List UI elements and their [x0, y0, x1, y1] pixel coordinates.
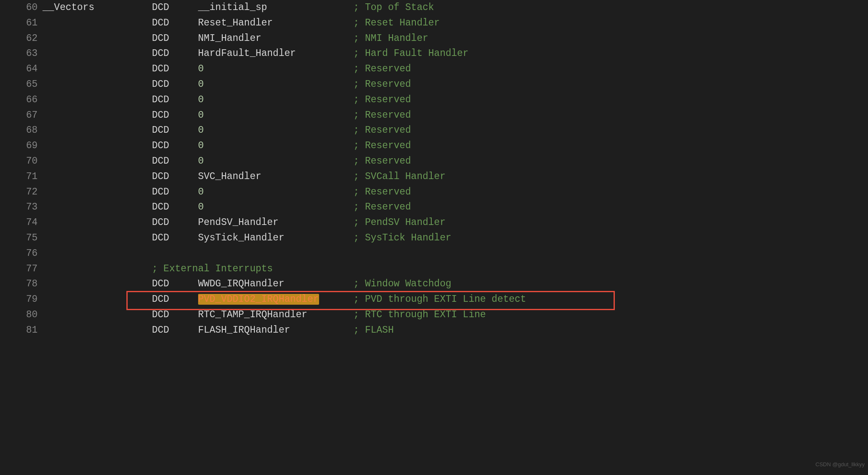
directive-dcd: DCD [152, 94, 198, 105]
code-line: 78 DCD WWDG_IRQHandler ; Window Watchdog [0, 276, 868, 292]
directive-dcd: DCD [152, 63, 198, 74]
vector-label [43, 187, 152, 197]
code-content: DCD 0 ; Reserved [43, 77, 411, 92]
code-line: 74 DCD PendSV_Handler ; PendSV Handler [0, 215, 868, 230]
code-content: DCD 0 ; Reserved [43, 138, 411, 154]
symbol: SVC_Handler [198, 171, 354, 182]
code-line: 62 DCD NMI_Handler ; NMI Handler [0, 31, 868, 46]
code-line: 70 DCD 0 ; Reserved [0, 154, 868, 169]
directive-dcd: DCD [152, 18, 198, 28]
symbol: HardFault_Handler [198, 48, 354, 59]
vector-label [43, 171, 152, 182]
line-number: 61 [0, 15, 43, 31]
code-line: 81 DCD FLASH_IRQHandler ; FLASH [0, 323, 868, 338]
vector-label [43, 48, 152, 59]
code-line: 63 DCD HardFault_Handler ; Hard Fault Ha… [0, 46, 868, 61]
comment: ; Reserved [353, 187, 411, 197]
comment: ; Reserved [353, 140, 411, 151]
highlighted-symbol: PVD_VDDIO2_IRQHandler [198, 294, 319, 305]
vector-label [43, 18, 152, 28]
line-number: 76 [0, 246, 43, 261]
line-number: 60 [0, 0, 43, 15]
comment: ; Reserved [353, 202, 411, 212]
comment: ; RTC through EXTI Line [353, 309, 486, 320]
comment: ; SysTick Handler [353, 232, 451, 243]
code-content: DCD WWDG_IRQHandler ; Window Watchdog [43, 276, 451, 292]
numeric-value: 0 [198, 63, 354, 74]
code-line: 65 DCD 0 ; Reserved [0, 77, 868, 92]
vector-label: __Vectors [43, 2, 152, 13]
line-number: 67 [0, 108, 43, 123]
code-line: 66 DCD 0 ; Reserved [0, 92, 868, 108]
vector-label [43, 140, 152, 151]
numeric-value: 0 [198, 94, 354, 105]
directive-dcd: DCD [152, 325, 198, 336]
line-number: 78 [0, 276, 43, 292]
comment: ; Reserved [353, 110, 411, 121]
comment: ; Reset Handler [353, 18, 440, 28]
directive-dcd: DCD [152, 2, 198, 13]
directive-dcd: DCD [152, 217, 198, 228]
code-content: DCD 0 ; Reserved [43, 154, 411, 169]
code-content: DCD 0 ; Reserved [43, 61, 411, 77]
line-number: 70 [0, 154, 43, 169]
vector-label [43, 94, 152, 105]
numeric-value: 0 [198, 79, 354, 90]
numeric-value: 0 [198, 156, 354, 167]
numeric-value: 0 [198, 187, 354, 197]
code-content: DCD 0 ; Reserved [43, 200, 411, 215]
directive-dcd: DCD [152, 232, 198, 243]
symbol: SysTick_Handler [198, 232, 354, 243]
code-content: __Vectors DCD __initial_sp ; Top of Stac… [43, 0, 434, 15]
line-number: 80 [0, 307, 43, 323]
line-number: 77 [0, 261, 43, 277]
vector-label [43, 63, 152, 74]
vector-label [43, 294, 152, 305]
symbol: NMI_Handler [198, 33, 354, 44]
comment: ; PVD through EXTI Line detect [353, 294, 526, 305]
directive-dcd: DCD [152, 278, 198, 289]
code-content: DCD 0 ; Reserved [43, 92, 411, 108]
vector-label [43, 110, 152, 121]
code-line: 64 DCD 0 ; Reserved [0, 61, 868, 77]
vector-label [43, 232, 152, 243]
symbol: Reset_Handler [198, 18, 354, 28]
symbol: FLASH_IRQHandler [198, 325, 354, 336]
line-number: 65 [0, 77, 43, 92]
line-number: 75 [0, 230, 43, 246]
comment: ; Reserved [353, 94, 411, 105]
line-number: 79 [0, 292, 43, 307]
comment: ; Reserved [353, 125, 411, 136]
vector-label [43, 325, 152, 336]
code-content: DCD Reset_Handler ; Reset Handler [43, 15, 440, 31]
code-content: DCD SVC_Handler ; SVCall Handler [43, 169, 445, 184]
comment: ; FLASH [353, 325, 394, 336]
symbol: RTC_TAMP_IRQHandler [198, 309, 354, 320]
directive-dcd: DCD [152, 79, 198, 90]
code-content: DCD 0 ; Reserved [43, 108, 411, 123]
comment: ; Hard Fault Handler [353, 48, 468, 59]
code-line: 69 DCD 0 ; Reserved [0, 138, 868, 154]
directive-dcd: DCD [152, 156, 198, 167]
code-content: DCD PVD_VDDIO2_IRQHandler ; PVD through … [43, 292, 526, 307]
line-number: 73 [0, 200, 43, 215]
line-number: 72 [0, 184, 43, 200]
vector-label [43, 309, 152, 320]
comment: ; NMI Handler [353, 33, 428, 44]
vector-label [43, 125, 152, 136]
directive-dcd: DCD [152, 309, 198, 320]
code-editor: 60__Vectors DCD __initial_sp ; Top of St… [0, 0, 868, 338]
numeric-value: 0 [198, 202, 354, 212]
code-line: 76 [0, 246, 868, 261]
symbol: __initial_sp [198, 2, 354, 13]
directive-dcd: DCD [152, 48, 198, 59]
code-line: 80 DCD RTC_TAMP_IRQHandler ; RTC through… [0, 307, 868, 323]
directive-dcd: DCD [152, 110, 198, 121]
line-number: 81 [0, 323, 43, 338]
line-number: 62 [0, 31, 43, 46]
code-content: DCD NMI_Handler ; NMI Handler [43, 31, 428, 46]
code-content: DCD RTC_TAMP_IRQHandler ; RTC through EX… [43, 307, 486, 323]
code-line: 61 DCD Reset_Handler ; Reset Handler [0, 15, 868, 31]
code-line: 60__Vectors DCD __initial_sp ; Top of St… [0, 0, 868, 15]
code-line: 71 DCD SVC_Handler ; SVCall Handler [0, 169, 868, 184]
